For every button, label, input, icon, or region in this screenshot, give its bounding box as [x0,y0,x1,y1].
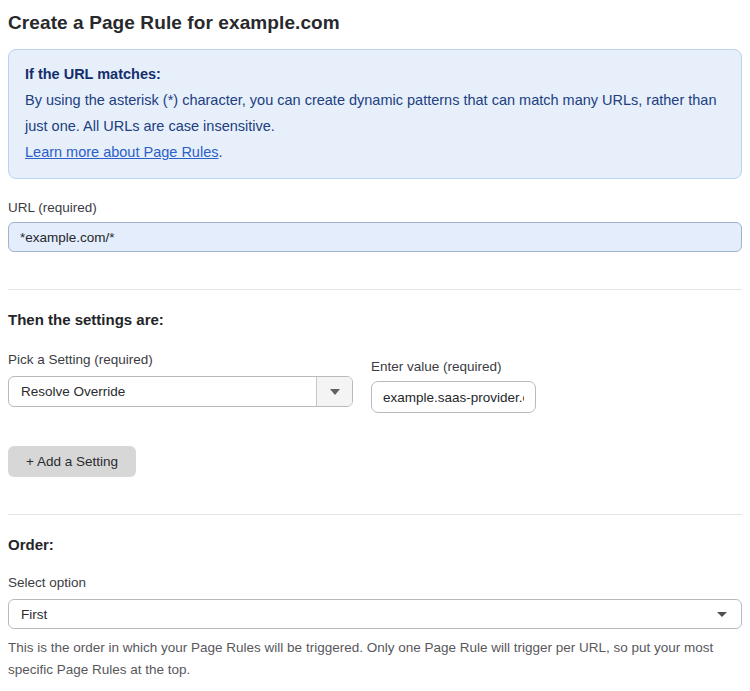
page-title: Create a Page Rule for example.com [8,12,742,34]
page-rule-form: Create a Page Rule for example.com If th… [0,0,750,691]
order-help-text: This is the order in which your Page Rul… [8,637,742,681]
info-box-body-text: By using the asterisk (*) character, you… [25,92,717,134]
setting-picker-column: Pick a Setting (required) Resolve Overri… [8,352,353,413]
order-heading: Order: [8,536,742,553]
setting-picker-label: Pick a Setting (required) [8,352,353,367]
order-select-value: First [21,607,47,622]
info-box-link-line: Learn more about Page Rules. [25,139,725,165]
setting-select-arrow-button[interactable] [316,377,352,406]
order-select-label: Select option [8,575,742,590]
link-suffix: . [218,144,222,160]
section-divider-2 [8,514,742,515]
setting-select[interactable]: Resolve Override [8,376,353,407]
settings-heading: Then the settings are: [8,311,742,328]
page-rules-link[interactable]: Learn more about Page Rules [25,144,218,160]
url-match-info-box: If the URL matches: By using the asteris… [8,49,742,179]
setting-value-column: Enter value (required) [371,359,536,413]
caret-down-icon [717,612,727,617]
add-setting-button[interactable]: + Add a Setting [8,446,136,477]
info-box-heading: If the URL matches: [25,61,725,87]
info-box-body: By using the asterisk (*) character, you… [25,87,725,139]
order-select[interactable]: First [8,599,742,629]
url-input[interactable] [8,222,742,252]
setting-select-value: Resolve Override [9,384,316,399]
url-field-label: URL (required) [8,200,742,215]
section-divider-1 [8,289,742,290]
caret-down-icon [330,389,340,395]
setting-value-input[interactable] [371,381,536,413]
settings-row: Pick a Setting (required) Resolve Overri… [8,352,742,413]
value-field-label: Enter value (required) [371,359,536,374]
